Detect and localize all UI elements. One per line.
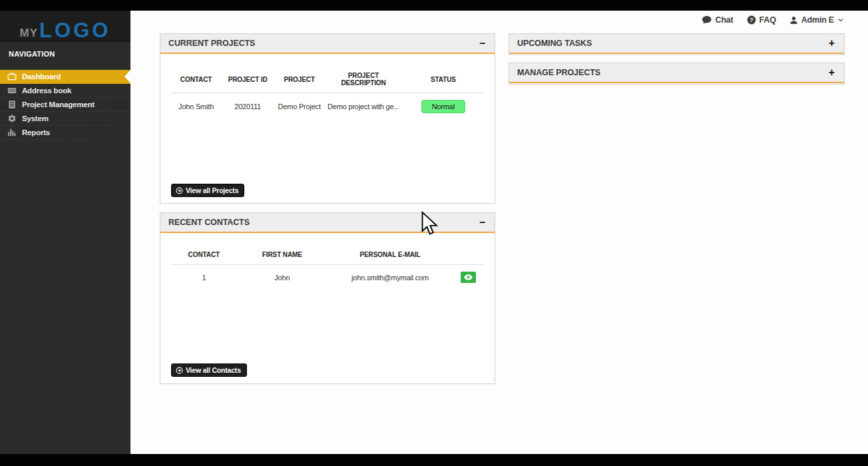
user-label: Admin E <box>801 15 834 25</box>
column-header: CONTACT <box>171 72 221 93</box>
panel-title: CURRENT PROJECTS <box>168 39 255 48</box>
eye-icon <box>464 274 473 280</box>
cell-project-id: 2020111 <box>221 93 274 116</box>
expand-button[interactable]: + <box>827 38 836 49</box>
project-management-icon <box>7 100 17 110</box>
panel-title: UPCOMING TASKS <box>517 39 592 48</box>
cell-email: john.smith@mymail.com <box>327 265 453 286</box>
logo-prefix: MY <box>20 27 39 39</box>
expand-button[interactable]: + <box>827 67 836 78</box>
cell-contact: John Smith <box>171 93 221 116</box>
faq-label: FAQ <box>760 15 776 25</box>
user-icon <box>789 16 798 25</box>
cell-contact: 1 <box>171 265 237 286</box>
manage-projects-header[interactable]: MANAGE PROJECTS + <box>509 63 844 83</box>
arrow-circle-icon <box>176 367 183 374</box>
column-header: CONTACT <box>171 251 237 265</box>
recent-contacts-header[interactable]: RECENT CONTACTS – <box>160 213 495 233</box>
dashboard-icon <box>7 72 17 82</box>
sidebar-item-address-book[interactable]: Address book <box>0 84 130 98</box>
view-all-contacts-button[interactable]: View all Contacts <box>171 363 247 377</box>
panel-title: MANAGE PROJECTS <box>517 68 600 77</box>
chat-button[interactable]: Chat <box>702 15 734 25</box>
current-projects-body: CONTACT PROJECT ID PROJECT PROJECT DESCR… <box>160 72 495 116</box>
sidebar-item-label: Address book <box>22 87 71 95</box>
sidebar-item-label: Project Management <box>22 101 95 109</box>
cell-project: Demo Project <box>274 93 324 116</box>
recent-contacts-table: CONTACT FIRST NAME PERSONAL E-MAIL 1 Joh… <box>171 251 484 286</box>
table-row: 1 John john.smith@mymail.com <box>171 265 484 286</box>
navigation-heading: NAVIGATION <box>0 42 130 65</box>
recent-contacts-body: CONTACT FIRST NAME PERSONAL E-MAIL 1 Joh… <box>160 251 495 286</box>
sidebar-item-dashboard[interactable]: Dashboard <box>0 70 130 84</box>
user-toolbar: Chat ? FAQ Admin E <box>702 15 844 25</box>
sidebar-item-system[interactable]: System <box>0 112 130 126</box>
column-header: PERSONAL E-MAIL <box>327 251 453 265</box>
column-header <box>453 251 484 265</box>
address-book-icon <box>7 86 17 96</box>
chat-label: Chat <box>716 15 734 25</box>
status-badge: Normal <box>421 100 465 113</box>
view-all-projects-button[interactable]: View all Projects <box>171 184 244 197</box>
faq-button[interactable]: ? FAQ <box>747 15 776 25</box>
reports-icon <box>7 128 17 138</box>
column-header: STATUS <box>403 72 484 93</box>
user-menu[interactable]: Admin E <box>789 15 844 25</box>
current-projects-header[interactable]: CURRENT PROJECTS – <box>160 34 495 54</box>
column-header: PROJECT <box>274 72 324 93</box>
sidebar: MY LOGO NAVIGATION Dashboard <box>0 11 130 454</box>
logo-text: LOGO <box>39 22 110 39</box>
sidebar-item-label: Reports <box>22 128 50 136</box>
question-circle-icon: ? <box>747 15 756 25</box>
sidebar-item-reports[interactable]: Reports <box>0 126 130 140</box>
system-gear-icon <box>7 114 17 124</box>
sidebar-item-project-management[interactable]: Project Management <box>0 98 130 112</box>
collapse-button[interactable]: – <box>478 217 487 228</box>
chat-icon <box>702 16 712 25</box>
current-projects-panel: CURRENT PROJECTS – CONTACT PROJECT ID PR… <box>160 33 495 204</box>
sidebar-item-label: System <box>22 115 49 122</box>
column-header: PROJECT DESCRIPTION <box>324 72 403 93</box>
current-projects-table: CONTACT PROJECT ID PROJECT PROJECT DESCR… <box>171 72 484 116</box>
manage-projects-panel: MANAGE PROJECTS + <box>509 63 845 85</box>
top-black-bar <box>0 0 868 11</box>
app-window: MY LOGO NAVIGATION Dashboard <box>0 0 868 466</box>
svg-text:?: ? <box>750 17 753 23</box>
upcoming-tasks-header[interactable]: UPCOMING TASKS + <box>509 34 844 54</box>
cell-first-name: John <box>237 265 327 286</box>
sidebar-nav: Dashboard Address book <box>0 70 130 140</box>
table-row: John Smith 2020111 Demo Project Demo pro… <box>171 93 484 116</box>
sidebar-item-label: Dashboard <box>22 73 61 81</box>
column-header: PROJECT ID <box>221 72 274 93</box>
bottom-black-bar <box>0 454 868 466</box>
logo: MY LOGO <box>0 11 130 42</box>
arrow-circle-icon <box>176 187 183 194</box>
view-contact-button[interactable] <box>461 272 476 283</box>
recent-contacts-panel: RECENT CONTACTS – CONTACT FIRST NAME PER… <box>160 212 495 384</box>
chevron-down-icon <box>837 17 844 23</box>
upcoming-tasks-panel: UPCOMING TASKS + <box>509 33 845 55</box>
collapse-button[interactable]: – <box>478 38 487 49</box>
cell-description: Demo project with ge... <box>324 93 403 116</box>
panel-title: RECENT CONTACTS <box>168 218 250 227</box>
column-header: FIRST NAME <box>237 251 327 265</box>
button-label: View all Projects <box>186 186 238 194</box>
button-label: View all Contacts <box>186 366 241 374</box>
